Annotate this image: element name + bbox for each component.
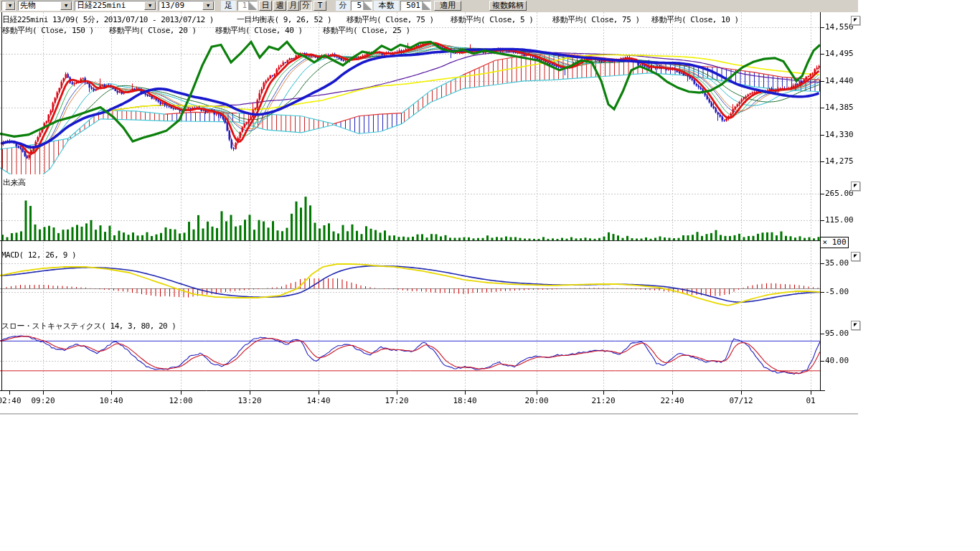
panel-collapse-button[interactable]: ◤ bbox=[851, 16, 860, 25]
time-axis-label: 10:40 bbox=[95, 396, 127, 405]
minute-unit-label: 分 bbox=[336, 1, 350, 11]
symbol-selector[interactable]: 日経225mini▼ bbox=[75, 1, 156, 11]
legend-item: 移動平均( Close, 150 ) bbox=[2, 25, 94, 36]
category-selector[interactable]: 先物▼ bbox=[18, 1, 72, 11]
toolbar: ▼先物▼日経225mini▼13/09▼足1日週月分T分5本数501適用複数銘柄 bbox=[0, 0, 858, 12]
weekly-button[interactable]: 週 bbox=[273, 1, 286, 11]
chevron-down-icon[interactable]: ▼ bbox=[60, 1, 72, 10]
price-axis-label: 14,275 bbox=[825, 156, 858, 166]
minute-value-spinner-value: 5 bbox=[352, 1, 363, 10]
minute-button[interactable]: 分 bbox=[300, 1, 312, 11]
daily-button[interactable]: 日 bbox=[259, 1, 272, 11]
macd-axis-label: -5.00 bbox=[825, 287, 858, 296]
time-axis-label: 20:00 bbox=[521, 396, 552, 405]
panel-collapse-button[interactable]: ◤ bbox=[851, 252, 860, 261]
time-axis-label: 12:00 bbox=[165, 396, 197, 405]
price-axis-label: 14,440 bbox=[825, 76, 858, 85]
volume-panel-title: 出来高 bbox=[3, 177, 26, 188]
legend-item: 移動平均( Close, 40 ) bbox=[215, 25, 303, 36]
category-selector-value: 先物 bbox=[19, 1, 60, 10]
bar-type-label: 足 bbox=[221, 1, 236, 11]
legend-item: 移動平均( Close, 75 ) bbox=[552, 14, 640, 25]
legend-item: 移動平均( Close, 20 ) bbox=[109, 25, 197, 36]
chevron-down-icon[interactable]: ▼ bbox=[202, 1, 214, 10]
chevron-down-icon[interactable]: ▼ bbox=[144, 1, 156, 10]
price-axis-label: 14,330 bbox=[825, 130, 858, 139]
volume-multiplier-label: × 100 bbox=[820, 237, 849, 248]
minute-value-spinner[interactable]: 5 bbox=[351, 1, 372, 11]
legend-item: 移動平均( Close, 25 ) bbox=[323, 25, 410, 36]
spinner-icon[interactable] bbox=[422, 1, 430, 10]
stoch-panel-title: スロー・ストキャスティクス( 14, 3, 80, 20 ) bbox=[1, 321, 176, 331]
interval-spinner-value: 1 bbox=[238, 1, 248, 10]
time-axis-label: 02:40 bbox=[0, 396, 25, 405]
spinner-icon[interactable] bbox=[248, 1, 257, 10]
contract-month-selector-value: 13/09 bbox=[159, 1, 202, 10]
volume-axis-label: 115.00 bbox=[825, 215, 858, 225]
macd-panel-title: MACD( 12, 26, 9 ) bbox=[1, 250, 76, 260]
multi-symbol-button[interactable]: 複数銘柄 bbox=[489, 1, 527, 11]
time-axis-label: 21:20 bbox=[588, 396, 619, 405]
panel-collapse-button[interactable]: ◤ bbox=[851, 321, 860, 330]
tick-button[interactable]: T bbox=[314, 1, 326, 11]
spinner-icon[interactable] bbox=[363, 1, 372, 10]
time-axis-label: 01 bbox=[795, 396, 826, 405]
legend-item: 移動平均( Close, 75 ) bbox=[347, 14, 434, 25]
legend-item: 日経225mini 13/09( 5分, 2013/07/10 - 2013/0… bbox=[2, 14, 214, 25]
preset-selector[interactable]: ▼ bbox=[1, 1, 16, 11]
bar-count-label: 本数 bbox=[374, 1, 399, 11]
monthly-button[interactable]: 月 bbox=[287, 1, 299, 11]
time-axis-label: 09:20 bbox=[27, 396, 59, 405]
symbol-selector-value: 日経225mini bbox=[75, 1, 144, 10]
time-axis-label: 18:40 bbox=[449, 396, 481, 405]
bar-count-spinner[interactable]: 501 bbox=[400, 1, 431, 11]
price-axis-label: 14,385 bbox=[825, 103, 858, 112]
stoch-axis-label: 40.00 bbox=[825, 356, 858, 365]
panel-collapse-button[interactable]: ◤ bbox=[851, 182, 860, 191]
time-axis-label: 13:20 bbox=[234, 396, 265, 405]
legend-item: 一目均衡表( 9, 26, 52 ) bbox=[237, 14, 331, 25]
interval-spinner[interactable]: 1 bbox=[237, 1, 258, 11]
contract-month-selector[interactable]: 13/09▼ bbox=[159, 1, 215, 11]
chevron-down-icon[interactable]: ▼ bbox=[5, 1, 15, 10]
time-axis-label: 17:20 bbox=[381, 396, 413, 405]
bar-count-spinner-value: 501 bbox=[401, 1, 422, 10]
price-axis-label: 14,495 bbox=[825, 49, 858, 58]
chart-bottom-separator bbox=[0, 413, 858, 415]
chart-plot-area[interactable] bbox=[0, 0, 864, 415]
legend-item: 移動平均( Close, 5 ) bbox=[451, 14, 533, 25]
time-axis-label: 14:40 bbox=[303, 396, 334, 405]
time-axis-label: 22:40 bbox=[656, 396, 688, 405]
time-axis-label: 07/12 bbox=[725, 396, 757, 405]
apply-button[interactable]: 適用 bbox=[434, 1, 461, 11]
legend-item: 移動平均( Close, 10 ) bbox=[651, 14, 739, 25]
